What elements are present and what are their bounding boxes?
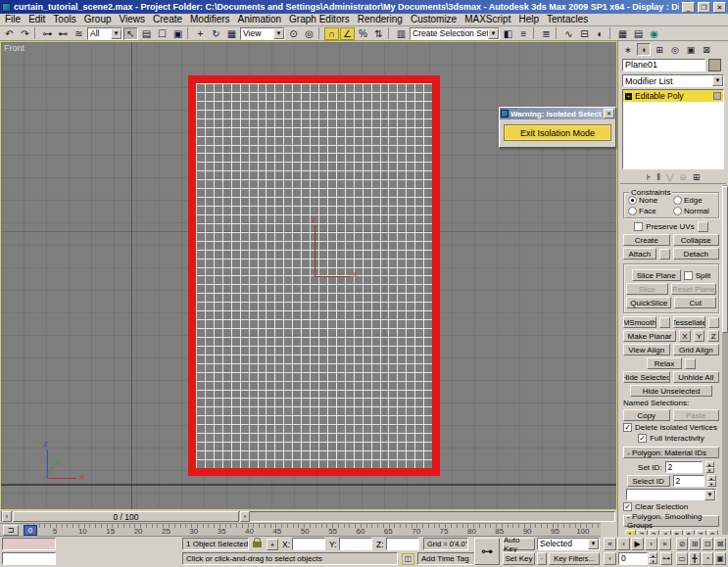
select-id-field[interactable]: 2 xyxy=(673,475,704,487)
chevron-down-icon[interactable]: ▼ xyxy=(712,75,723,86)
select-and-manipulate-icon[interactable]: ◎ xyxy=(302,27,316,40)
set-id-field[interactable]: 2 xyxy=(665,461,703,473)
smoothing-group-5[interactable]: 5 xyxy=(672,530,683,535)
menu-item[interactable]: Edit xyxy=(24,14,49,25)
chevron-down-icon[interactable]: ▼ xyxy=(704,490,715,500)
menu-item[interactable]: MAXScript xyxy=(461,14,514,25)
tab-modify[interactable]: ◖ xyxy=(637,43,651,56)
tab-utilities[interactable]: ⊠ xyxy=(700,43,713,56)
constraint-face-radio[interactable]: Face xyxy=(628,207,669,215)
previous-key-button[interactable]: ‹ xyxy=(604,552,616,565)
planar-y-button[interactable]: Y xyxy=(694,330,705,342)
modifier-stack[interactable]: + Editable Poly xyxy=(622,89,724,169)
planar-x-button[interactable]: X xyxy=(679,330,691,342)
tab-motion[interactable]: ◎ xyxy=(668,43,682,56)
reset-plane-button[interactable]: Reset Plane xyxy=(671,283,716,295)
quickslice-button[interactable]: QuickSlice xyxy=(626,297,671,308)
select-and-move-icon[interactable]: + xyxy=(193,27,208,40)
attach-button[interactable]: Attach xyxy=(623,248,656,260)
chevron-down-icon[interactable]: ▼ xyxy=(273,28,284,39)
create-button[interactable]: Create xyxy=(623,234,670,246)
maxscript-mini-listener-pink[interactable] xyxy=(2,538,56,550)
select-and-link-icon[interactable]: ⊶ xyxy=(40,27,55,40)
current-frame-marker[interactable]: 0 xyxy=(24,525,37,536)
smoothing-group-6[interactable]: 6 xyxy=(684,530,695,535)
object-color-swatch[interactable] xyxy=(708,59,721,71)
zoom-extents-all-icon[interactable]: ⊠ xyxy=(714,538,726,550)
modifier-list-dropdown[interactable]: Modifier List ▼ xyxy=(622,74,724,87)
set-key-filters-icon[interactable]: · xyxy=(537,552,547,565)
menu-item[interactable]: Modifiers xyxy=(186,14,234,25)
smoothing-group-1[interactable]: 1 xyxy=(625,530,636,535)
front-viewport[interactable]: Front Z X Z X Y Warning: Isolated Select… xyxy=(0,41,617,510)
relax-button[interactable]: Relax xyxy=(647,357,682,369)
smoothing-group-8[interactable]: 8 xyxy=(707,530,718,535)
previous-frame-arrow[interactable]: ‹ xyxy=(2,511,12,522)
configure-modifier-sets-icon[interactable]: ⊞ xyxy=(693,172,701,182)
viewport-label[interactable]: Front xyxy=(4,43,24,53)
go-to-start-button[interactable]: « xyxy=(604,538,616,550)
delete-isolated-vertices-checkbox[interactable]: ✓ xyxy=(623,423,632,432)
named-selection-set-dropdown[interactable]: Create Selection Set ▼ xyxy=(410,27,500,40)
preserve-uvs-checkbox[interactable] xyxy=(634,222,643,231)
show-end-result-icon[interactable]: ‖ xyxy=(656,172,660,182)
use-pivot-point-center-icon[interactable]: ⊙ xyxy=(286,27,301,40)
tab-display[interactable]: ▣ xyxy=(684,43,698,56)
select-and-scale-icon[interactable]: ▦ xyxy=(224,27,239,40)
rendered-frame-window-icon[interactable]: ▤ xyxy=(631,27,646,40)
close-button[interactable]: ✕ xyxy=(713,2,726,13)
zoom-icon[interactable]: ⊘ xyxy=(676,538,688,550)
scrollbar-thumb[interactable] xyxy=(722,186,728,333)
align-icon[interactable]: ≡ xyxy=(516,27,531,40)
set-keys-button[interactable]: ⊶ xyxy=(474,538,500,565)
menu-item[interactable]: Animation xyxy=(234,14,285,25)
frame-spinner[interactable]: ▲▼ xyxy=(649,552,657,564)
snaps-toggle-icon[interactable]: ∩ xyxy=(324,27,339,40)
next-frame-arrow[interactable]: › xyxy=(240,511,250,522)
selection-filter-dropdown[interactable]: All ▼ xyxy=(87,27,122,40)
constraint-none-radio[interactable]: None xyxy=(628,196,669,205)
smoothing-group-2[interactable]: 2 xyxy=(637,530,648,535)
detach-button[interactable]: Detach xyxy=(673,248,719,260)
msmooth-button[interactable]: MSmooth xyxy=(623,316,656,328)
tab-create[interactable]: ∗ xyxy=(621,43,635,56)
window-crossing-icon[interactable]: ▣ xyxy=(170,27,185,40)
expand-icon[interactable]: + xyxy=(625,93,632,100)
set-id-spinner[interactable]: ▲▼ xyxy=(705,461,714,473)
spinner-snap-icon[interactable]: ⇅ xyxy=(371,27,386,40)
menu-item[interactable]: Tools xyxy=(49,14,79,25)
preserve-uvs-settings-button[interactable] xyxy=(698,221,708,232)
object-name-field[interactable]: Plane01 xyxy=(622,59,705,71)
chevron-down-icon[interactable]: ▼ xyxy=(588,539,599,549)
smoothing-group-7[interactable]: 7 xyxy=(696,530,706,535)
smoothing-group-3[interactable]: 3 xyxy=(649,530,659,535)
hide-selected-button[interactable]: Hide Selected xyxy=(623,371,670,383)
zoom-extents-icon[interactable]: ⊡ xyxy=(702,538,713,550)
render-setup-icon[interactable]: ▦ xyxy=(615,27,630,40)
redo-icon[interactable]: ↷ xyxy=(18,27,32,40)
z-coordinate-field[interactable] xyxy=(386,538,419,550)
key-mode-dropdown[interactable]: Selected ▼ xyxy=(537,538,600,550)
y-coordinate-field[interactable] xyxy=(339,538,372,550)
copy-button[interactable]: Copy xyxy=(623,409,670,421)
tessellate-button[interactable]: Tessellate xyxy=(673,316,706,328)
render-production-icon[interactable]: ◉ xyxy=(647,27,661,40)
stack-item-editable-poly[interactable]: + Editable Poly xyxy=(623,90,723,102)
tessellate-settings-button[interactable] xyxy=(708,317,719,328)
menu-item[interactable]: Create xyxy=(149,14,186,25)
grid-align-button[interactable]: Grid Align xyxy=(673,344,720,355)
close-icon[interactable]: ✕ xyxy=(604,109,614,118)
hide-unselected-button[interactable]: Hide Unselected xyxy=(630,385,712,397)
mirror-icon[interactable]: ◧ xyxy=(501,27,515,40)
chevron-down-icon[interactable]: ▼ xyxy=(488,28,499,39)
zoom-all-icon[interactable]: ⊞ xyxy=(689,538,701,550)
undo-icon[interactable]: ↶ xyxy=(2,27,17,40)
schematic-view-icon[interactable]: ⊟ xyxy=(577,27,592,40)
select-object-icon[interactable]: ↖ xyxy=(123,27,138,40)
stack-item-toggle[interactable] xyxy=(713,92,721,100)
tab-hierarchy[interactable]: ⊞ xyxy=(653,43,666,56)
restore-button[interactable]: ❐ xyxy=(698,2,710,13)
slice-plane-button[interactable]: Slice Plane xyxy=(632,269,681,281)
attach-settings-button[interactable] xyxy=(659,249,670,260)
previous-frame-button[interactable]: ‹ xyxy=(617,538,630,550)
